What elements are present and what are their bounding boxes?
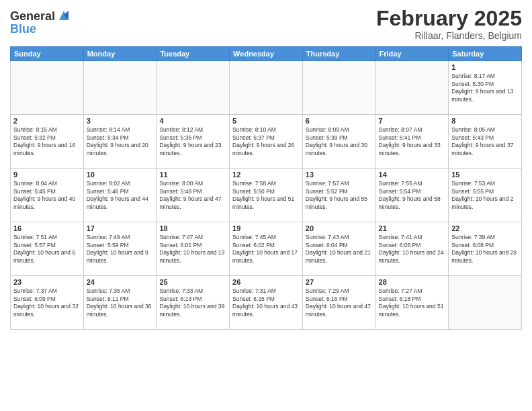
table-row: 14Sunrise: 7:55 AM Sunset: 5:54 PM Dayli… bbox=[375, 169, 449, 222]
day-info: Sunrise: 7:27 AM Sunset: 6:18 PM Dayligh… bbox=[379, 287, 446, 318]
table-row: 19Sunrise: 7:45 AM Sunset: 6:02 PM Dayli… bbox=[230, 222, 303, 276]
day-info: Sunrise: 8:05 AM Sunset: 5:43 PM Dayligh… bbox=[451, 126, 519, 157]
table-row: 8Sunrise: 8:05 AM Sunset: 5:43 PM Daylig… bbox=[449, 115, 522, 169]
table-row: 18Sunrise: 7:47 AM Sunset: 6:01 PM Dayli… bbox=[157, 222, 230, 276]
day-number: 4 bbox=[159, 117, 226, 125]
day-info: Sunrise: 7:58 AM Sunset: 5:50 PM Dayligh… bbox=[232, 180, 300, 211]
day-info: Sunrise: 7:39 AM Sunset: 6:08 PM Dayligh… bbox=[451, 234, 519, 265]
title-block: February 2025 Rillaar, Flanders, Belgium bbox=[376, 7, 522, 41]
day-number: 9 bbox=[13, 171, 81, 179]
table-row: 5Sunrise: 8:10 AM Sunset: 5:37 PM Daylig… bbox=[230, 115, 303, 169]
table-row: 17Sunrise: 7:49 AM Sunset: 5:59 PM Dayli… bbox=[83, 222, 157, 276]
day-number: 14 bbox=[379, 171, 446, 179]
day-info: Sunrise: 8:15 AM Sunset: 5:32 PM Dayligh… bbox=[13, 126, 81, 157]
logo-general: General bbox=[10, 10, 55, 22]
calendar-table: Sunday Monday Tuesday Wednesday Thursday… bbox=[10, 46, 522, 330]
day-number: 12 bbox=[232, 171, 300, 179]
day-info: Sunrise: 7:41 AM Sunset: 6:06 PM Dayligh… bbox=[379, 234, 446, 265]
day-info: Sunrise: 7:33 AM Sunset: 6:13 PM Dayligh… bbox=[159, 287, 226, 318]
day-number: 26 bbox=[232, 278, 300, 286]
table-row: 26Sunrise: 7:31 AM Sunset: 6:15 PM Dayli… bbox=[230, 276, 303, 330]
day-info: Sunrise: 7:31 AM Sunset: 6:15 PM Dayligh… bbox=[232, 287, 300, 318]
table-row: 1Sunrise: 8:17 AM Sunset: 5:30 PM Daylig… bbox=[449, 61, 522, 115]
table-row: 23Sunrise: 7:37 AM Sunset: 6:09 PM Dayli… bbox=[11, 276, 84, 330]
day-info: Sunrise: 8:12 AM Sunset: 5:36 PM Dayligh… bbox=[159, 126, 226, 157]
table-row: 2Sunrise: 8:15 AM Sunset: 5:32 PM Daylig… bbox=[11, 115, 84, 169]
col-thursday: Thursday bbox=[302, 47, 375, 61]
table-row: 20Sunrise: 7:43 AM Sunset: 6:04 PM Dayli… bbox=[302, 222, 375, 276]
day-info: Sunrise: 7:47 AM Sunset: 6:01 PM Dayligh… bbox=[159, 234, 226, 265]
day-number: 13 bbox=[306, 171, 373, 179]
page: General Blue February 2025 Rillaar, Flan… bbox=[0, 0, 532, 411]
table-row: 6Sunrise: 8:09 AM Sunset: 5:39 PM Daylig… bbox=[302, 115, 375, 169]
table-row: 25Sunrise: 7:33 AM Sunset: 6:13 PM Dayli… bbox=[157, 276, 230, 330]
day-number: 24 bbox=[87, 278, 154, 286]
day-info: Sunrise: 7:53 AM Sunset: 5:55 PM Dayligh… bbox=[451, 180, 519, 211]
day-number: 23 bbox=[13, 278, 81, 286]
day-info: Sunrise: 7:55 AM Sunset: 5:54 PM Dayligh… bbox=[379, 180, 446, 211]
day-number: 2 bbox=[13, 117, 81, 125]
logo-blue: Blue bbox=[10, 23, 71, 35]
day-info: Sunrise: 7:57 AM Sunset: 5:52 PM Dayligh… bbox=[306, 180, 373, 211]
table-row bbox=[449, 276, 522, 330]
day-number: 8 bbox=[451, 117, 519, 125]
day-number: 10 bbox=[87, 171, 154, 179]
calendar-week-1: 2Sunrise: 8:15 AM Sunset: 5:32 PM Daylig… bbox=[11, 115, 522, 169]
day-info: Sunrise: 7:35 AM Sunset: 6:11 PM Dayligh… bbox=[87, 287, 154, 318]
table-row bbox=[302, 61, 375, 115]
day-number: 17 bbox=[87, 224, 154, 232]
day-number: 25 bbox=[159, 278, 226, 286]
day-info: Sunrise: 7:37 AM Sunset: 6:09 PM Dayligh… bbox=[13, 287, 81, 318]
table-row: 22Sunrise: 7:39 AM Sunset: 6:08 PM Dayli… bbox=[449, 222, 522, 276]
table-row: 21Sunrise: 7:41 AM Sunset: 6:06 PM Dayli… bbox=[375, 222, 449, 276]
col-saturday: Saturday bbox=[449, 47, 522, 61]
day-info: Sunrise: 8:17 AM Sunset: 5:30 PM Dayligh… bbox=[451, 73, 519, 103]
day-number: 18 bbox=[159, 224, 226, 232]
day-number: 21 bbox=[379, 224, 446, 232]
day-number: 28 bbox=[379, 278, 446, 286]
day-number: 27 bbox=[306, 278, 373, 286]
day-number: 16 bbox=[13, 224, 81, 232]
day-info: Sunrise: 8:14 AM Sunset: 5:34 PM Dayligh… bbox=[87, 126, 154, 157]
day-info: Sunrise: 8:02 AM Sunset: 5:46 PM Dayligh… bbox=[87, 180, 154, 211]
table-row: 16Sunrise: 7:51 AM Sunset: 5:57 PM Dayli… bbox=[11, 222, 84, 276]
day-number: 22 bbox=[451, 224, 519, 232]
col-friday: Friday bbox=[375, 47, 449, 61]
table-row: 11Sunrise: 8:00 AM Sunset: 5:48 PM Dayli… bbox=[157, 169, 230, 222]
day-info: Sunrise: 7:43 AM Sunset: 6:04 PM Dayligh… bbox=[306, 234, 373, 265]
day-info: Sunrise: 7:45 AM Sunset: 6:02 PM Dayligh… bbox=[232, 234, 300, 265]
table-row: 7Sunrise: 8:07 AM Sunset: 5:41 PM Daylig… bbox=[375, 115, 449, 169]
day-number: 20 bbox=[306, 224, 373, 232]
table-row: 4Sunrise: 8:12 AM Sunset: 5:36 PM Daylig… bbox=[157, 115, 230, 169]
day-number: 19 bbox=[232, 224, 300, 232]
calendar-subtitle: Rillaar, Flanders, Belgium bbox=[376, 30, 522, 41]
table-row: 28Sunrise: 7:27 AM Sunset: 6:18 PM Dayli… bbox=[375, 276, 449, 330]
logo-icon bbox=[56, 8, 71, 23]
col-sunday: Sunday bbox=[11, 47, 84, 61]
calendar-week-3: 16Sunrise: 7:51 AM Sunset: 5:57 PM Dayli… bbox=[11, 222, 522, 276]
table-row: 27Sunrise: 7:29 AM Sunset: 6:16 PM Dayli… bbox=[302, 276, 375, 330]
day-info: Sunrise: 8:00 AM Sunset: 5:48 PM Dayligh… bbox=[159, 180, 226, 211]
day-number: 3 bbox=[87, 117, 154, 125]
table-row bbox=[157, 61, 230, 115]
calendar-week-0: 1Sunrise: 8:17 AM Sunset: 5:30 PM Daylig… bbox=[11, 61, 522, 115]
table-row: 10Sunrise: 8:02 AM Sunset: 5:46 PM Dayli… bbox=[83, 169, 157, 222]
table-row: 3Sunrise: 8:14 AM Sunset: 5:34 PM Daylig… bbox=[83, 115, 157, 169]
calendar-week-4: 23Sunrise: 7:37 AM Sunset: 6:09 PM Dayli… bbox=[11, 276, 522, 330]
col-wednesday: Wednesday bbox=[230, 47, 303, 61]
day-info: Sunrise: 7:29 AM Sunset: 6:16 PM Dayligh… bbox=[306, 287, 373, 318]
day-number: 6 bbox=[306, 117, 373, 125]
logo: General Blue bbox=[10, 9, 71, 35]
table-row: 9Sunrise: 8:04 AM Sunset: 5:45 PM Daylig… bbox=[11, 169, 84, 222]
table-row bbox=[375, 61, 449, 115]
day-info: Sunrise: 7:51 AM Sunset: 5:57 PM Dayligh… bbox=[13, 234, 81, 265]
day-number: 1 bbox=[451, 63, 519, 71]
day-info: Sunrise: 7:49 AM Sunset: 5:59 PM Dayligh… bbox=[87, 234, 154, 265]
header: General Blue February 2025 Rillaar, Flan… bbox=[10, 7, 522, 41]
table-row: 12Sunrise: 7:58 AM Sunset: 5:50 PM Dayli… bbox=[230, 169, 303, 222]
table-row bbox=[83, 61, 157, 115]
header-row: Sunday Monday Tuesday Wednesday Thursday… bbox=[11, 47, 522, 61]
day-number: 7 bbox=[379, 117, 446, 125]
col-monday: Monday bbox=[83, 47, 157, 61]
day-number: 11 bbox=[159, 171, 226, 179]
